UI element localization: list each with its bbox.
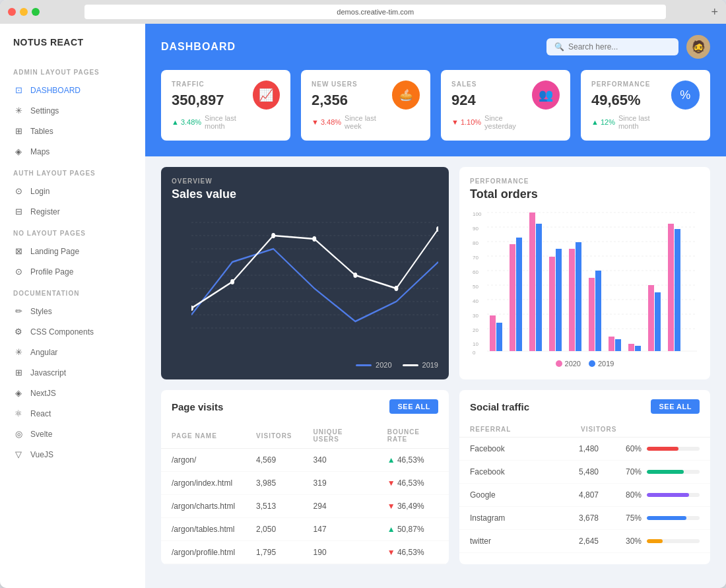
- svg-rect-51: [628, 344, 634, 351]
- svg-rect-42: [536, 224, 542, 351]
- stat-info-performance: PERFORMANCE 49,65% ▲ 12% Since last mont…: [591, 81, 671, 130]
- sales-chart-card: OVERVIEW Sales value: [161, 167, 449, 379]
- social-pct-val: 70%: [618, 467, 642, 476]
- sidebar-item-settings[interactable]: ✳ Settings: [0, 100, 145, 121]
- svg-rect-37: [490, 315, 496, 351]
- social-see-all[interactable]: SEE ALL: [651, 399, 700, 414]
- list-item: Instagram 3,678 75%: [459, 507, 710, 530]
- bar-chart-title: Total orders: [470, 187, 700, 201]
- browser-window: demos.creative-tim.com + NOTUS REACT ADM…: [0, 0, 726, 588]
- svg-text:0: 0: [473, 350, 476, 354]
- svg-text:100: 100: [473, 211, 482, 217]
- maps-icon: ◈: [13, 147, 24, 156]
- cell-page: /argon/profile.html: [161, 541, 246, 564]
- stat-change-label-traffic: Since last month: [205, 114, 253, 130]
- legend-label-2020: 2020: [376, 361, 391, 369]
- svelte-icon: ◎: [13, 429, 24, 439]
- stat-change-label-performance: Since last month: [618, 114, 671, 130]
- cell-unique: 319: [303, 472, 377, 495]
- maximize-dot[interactable]: [32, 8, 40, 16]
- stat-value-performance: 49,65%: [591, 92, 671, 109]
- sidebar-item-profile[interactable]: ⊙ Profile Page: [0, 261, 145, 282]
- social-pct-val: 30%: [618, 537, 642, 546]
- sidebar-item-react[interactable]: ⚛ React: [0, 403, 145, 424]
- sidebar-item-login[interactable]: ⊙ Login: [0, 181, 145, 201]
- col-referral: REFERRAL: [470, 426, 581, 433]
- svg-text:70: 70: [473, 255, 478, 261]
- table-row: /argon/charts.html 3,513 294 ▼ 36,49%: [161, 495, 449, 518]
- bar-dot-2019: [589, 360, 595, 367]
- angular-label: Angular: [30, 348, 57, 357]
- bar-dot-2020: [556, 360, 562, 367]
- register-icon: ⊟: [13, 207, 24, 216]
- page-visits-table: PAGE NAME VISITORS UNIQUE USERS BOUNCE R…: [161, 423, 449, 564]
- sidebar-item-javascript[interactable]: ⊞ Javascript: [0, 362, 145, 383]
- stat-change-label-new-users: Since last week: [345, 114, 392, 130]
- stat-change-pct-performance: 12%: [601, 118, 615, 126]
- sidebar-item-svelte[interactable]: ◎ Svelte: [0, 424, 145, 444]
- sidebar-item-nextjs[interactable]: ◈ NextJS: [0, 383, 145, 403]
- social-visitors-val: 2,645: [579, 537, 618, 546]
- bar-chart-svg: 100 90 80 70 60 50 40 30 20 10 0: [470, 209, 700, 354]
- svg-point-12: [312, 236, 316, 242]
- sidebar-item-tables[interactable]: ⊞ Tables: [0, 121, 145, 141]
- stat-change-pct-new-users: 3.48%: [321, 118, 341, 126]
- cell-bounce: ▼ 46,53%: [377, 472, 449, 495]
- settings-label: Settings: [30, 106, 59, 115]
- cell-unique: 294: [303, 495, 377, 518]
- stat-icon-symbol-performance: %: [680, 88, 690, 102]
- stat-arrow-new-users: ▼: [312, 118, 319, 126]
- url-bar[interactable]: demos.creative-tim.com: [84, 5, 666, 19]
- cell-page: /argon/index.html: [161, 472, 246, 495]
- stat-label-performance: PERFORMANCE: [591, 81, 671, 88]
- sidebar-item-register[interactable]: ⊟ Register: [0, 201, 145, 222]
- close-dot[interactable]: [8, 8, 16, 16]
- stat-arrow-sales: ▼: [451, 118, 459, 126]
- stat-icon-sales: 👥: [532, 81, 560, 110]
- table-row: /argon/profile.html 1,795 190 ▼ 46,53%: [161, 541, 449, 564]
- sidebar-item-css[interactable]: ⚙ CSS Components: [0, 321, 145, 342]
- sidebar-item-dashboard[interactable]: ⊡ DASHBOARD: [0, 80, 145, 100]
- javascript-icon: ⊞: [13, 368, 24, 377]
- sidebar-item-vuejs[interactable]: ▽ VueJS: [0, 444, 145, 465]
- progress-bar: [647, 493, 700, 497]
- avatar[interactable]: 🧔: [686, 35, 710, 59]
- cell-bounce: ▲ 50,87%: [377, 518, 449, 541]
- stat-change-performance: ▲ 12% Since last month: [591, 114, 671, 130]
- line-chart-container: [172, 209, 438, 354]
- sidebar-item-styles[interactable]: ✏ Styles: [0, 301, 145, 321]
- sidebar-item-maps[interactable]: ◈ Maps: [0, 141, 145, 162]
- new-tab-button[interactable]: +: [711, 6, 718, 18]
- legend-2020: 2020: [356, 361, 391, 369]
- progress-fill: [647, 493, 689, 497]
- sidebar-item-angular[interactable]: ✳ Angular: [0, 342, 145, 362]
- avatar-image: 🧔: [691, 40, 706, 54]
- settings-icon: ✳: [13, 106, 24, 115]
- bar-chart-container: 100 90 80 70 60 50 40 30 20 10 0: [470, 209, 700, 354]
- stat-icon-new-users: 🥧: [392, 81, 420, 110]
- col-visitors: VISITORS: [246, 423, 303, 449]
- page-visits-see-all[interactable]: SEE ALL: [389, 399, 438, 414]
- sidebar-section-label: AUTH LAYOUT PAGES: [0, 162, 145, 181]
- sidebar-item-landing[interactable]: ⊠ Landing Page: [0, 241, 145, 261]
- social-visitors-val: 1,480: [579, 444, 618, 453]
- cell-bounce: ▼ 46,53%: [377, 541, 449, 564]
- svg-text:20: 20: [473, 327, 478, 333]
- cell-unique: 147: [303, 518, 377, 541]
- search-box[interactable]: 🔍: [546, 38, 678, 55]
- cell-visitors: 1,795: [246, 541, 303, 564]
- react-label: React: [30, 409, 51, 418]
- social-name: Facebook: [470, 467, 579, 476]
- app-layout: NOTUS REACT ADMIN LAYOUT PAGES ⊡ DASHBOA…: [0, 24, 726, 588]
- stat-card-performance: PERFORMANCE 49,65% ▲ 12% Since last mont…: [581, 70, 710, 141]
- bar-chart-card: PERFORMANCE Total orders 100 90 80 70 60…: [459, 167, 710, 379]
- svg-point-13: [353, 273, 357, 278]
- vuejs-label: VueJS: [30, 450, 53, 459]
- sidebar-section-label: NO LAYOUT PAGES: [0, 222, 145, 241]
- social-name: Google: [470, 490, 579, 500]
- cell-bounce: ▼ 36,49%: [377, 495, 449, 518]
- stat-change-pct-sales: 1.10%: [461, 118, 481, 126]
- login-icon: ⊙: [13, 186, 24, 196]
- search-input[interactable]: [568, 42, 671, 51]
- minimize-dot[interactable]: [20, 8, 28, 16]
